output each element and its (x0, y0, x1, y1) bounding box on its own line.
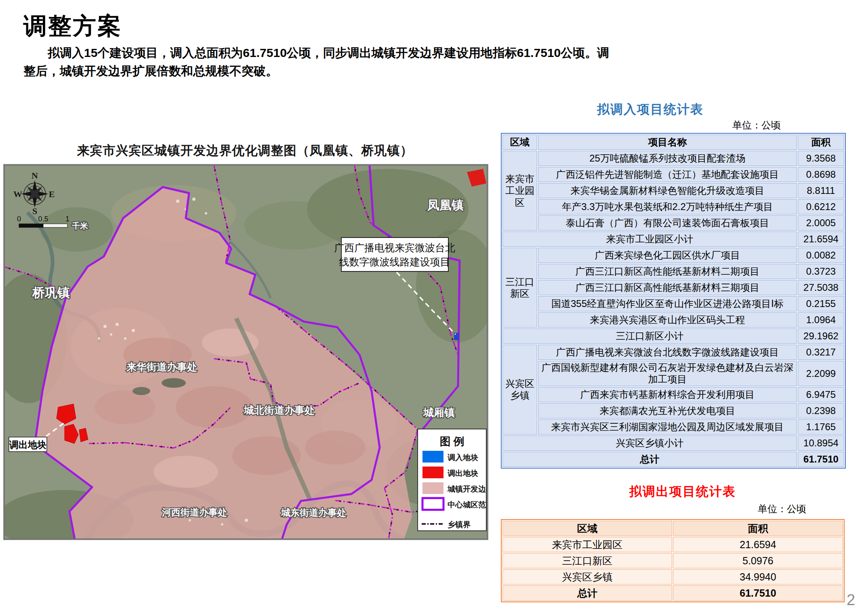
column-header-project: 项目名称 (538, 135, 797, 150)
project-name-cell: 广西三江口新区高性能纸基新材料二期项目 (538, 264, 797, 279)
compass-n: N (32, 170, 38, 181)
legend-label-township: 乡镇界 (448, 520, 471, 529)
label-laihua: 来华街道办事处 (126, 362, 197, 372)
table-in-subtotal-row: 来宾市工业园区小计21.6594 (502, 231, 844, 247)
annotation-box: 广西广播电视来宾微波台北 线数字微波线路建设项目 (334, 238, 455, 271)
table-in-total-row: 总计61.7510 (502, 452, 844, 467)
table-out-total-row: 总计61.7510 (502, 585, 843, 601)
subtotal-value-cell: 29.1962 (798, 328, 844, 344)
area-cell: 21.6594 (673, 537, 843, 552)
compass-e: E (49, 189, 55, 199)
project-name-cell: 年产3.3万吨水果包装纸和2.2万吨特种纸生产项目 (538, 199, 797, 214)
project-name-cell: 来宾市兴宾区三利湖国家湿地公园及周边区域发展项目 (538, 419, 797, 435)
label-chengbei: 城北街道办事处 (244, 405, 315, 416)
project-area-cell: 1.1765 (798, 419, 844, 435)
annotation-line1: 广西广播电视来宾微波台北 (334, 242, 455, 253)
table-in-unit: 单位：公顷 (732, 119, 781, 132)
legend-swatch-boundary (422, 482, 443, 494)
project-name-cell: 广西国锐新型建材有限公司石灰岩开发绿色建材及白云岩深加工项目 (538, 361, 797, 386)
table-out-row: 三江口新区5.0976 (502, 553, 843, 568)
total-value-cell: 61.7510 (798, 452, 844, 467)
page-title: 调整方案 (23, 11, 122, 42)
region-cell: 三江口新区 (502, 248, 537, 328)
table-out-row: 来宾市工业园区21.6594 (502, 537, 843, 552)
legend-swatch-out (422, 467, 443, 478)
region-cell: 来宾市工业园区 (502, 537, 672, 552)
out-parcel-label-box: 调出地块 (9, 437, 47, 452)
project-area-cell: 1.0964 (798, 312, 844, 328)
project-area-cell: 0.3723 (798, 264, 844, 279)
legend-label-boundary: 城镇开发边界 (447, 485, 488, 493)
project-area-cell: 9.3568 (798, 151, 844, 166)
project-area-cell: 8.8111 (798, 183, 844, 198)
project-area-cell: 2.0005 (798, 215, 844, 231)
subtotal-value-cell: 21.6594 (798, 231, 844, 247)
project-name-cell: 国道355经直壁沟作业区至奇山作业区进港公路项目Ⅰ标 (538, 296, 797, 311)
slide: 调整方案 拟调入15个建设项目，调入总面积为61.7510公顷，同步调出城镇开发… (0, 0, 868, 614)
label-fenghuang: 凤凰镇 (427, 198, 464, 212)
project-name-cell: 广西三江口新区高性能纸基新材料三期项目 (538, 280, 797, 295)
table-in-subtotal-row: 三江口新区小计29.1962 (502, 328, 844, 344)
project-name-cell: 泰山石膏（广西）有限公司速装饰面石膏板项目 (538, 215, 797, 231)
table-in-header-row: 区域 项目名称 面积 (502, 135, 844, 150)
intro-paragraph: 拟调入15个建设项目，调入总面积为61.7510公顷，同步调出城镇开发边界建设用… (23, 44, 614, 80)
table-in-row: 来宾都满农光互补光伏发电项目0.2398 (502, 403, 844, 418)
table-in-row: 广西国锐新型建材有限公司石灰岩开发绿色建材及白云岩深加工项目2.2099 (502, 361, 844, 386)
project-area-cell: 27.5038 (798, 280, 844, 295)
scale-0: 0 (17, 215, 21, 223)
project-area-cell: 6.9475 (798, 387, 844, 402)
total-label-cell: 总计 (502, 585, 672, 601)
scale-1: 1 (65, 215, 69, 223)
table-out-title: 拟调出项目统计表 (629, 483, 736, 500)
compass-s: S (32, 206, 37, 216)
project-name-cell: 25万吨硫酸锰系列技改项目配套渣场 (538, 151, 797, 166)
subtotal-label-cell: 三江口新区小计 (502, 328, 797, 344)
table-out: 区域 面积 来宾市工业园区21.6594三江口新区5.0976兴宾区乡镇34.9… (501, 519, 845, 602)
table-in-row: 广西来宾市钙基新材料综合开发利用项目6.9475 (502, 387, 844, 402)
project-area-cell: 0.8698 (798, 167, 844, 182)
table-in-row: 来宾港兴宾港区奇山作业区码头工程1.0964 (502, 312, 844, 328)
total-value-cell: 61.7510 (673, 585, 843, 601)
table-in-row: 来宾市兴宾区三利湖国家湿地公园及周边区域发展项目1.1765 (502, 419, 844, 435)
project-area-cell: 0.2398 (798, 403, 844, 418)
label-qiaogong: 桥巩镇 (32, 286, 70, 300)
compass-w: W (13, 189, 22, 199)
project-area-cell: 0.2155 (798, 296, 844, 311)
project-area-cell: 2.2099 (798, 361, 844, 386)
project-area-cell: 0.6212 (798, 199, 844, 214)
project-name-cell: 广西来宾绿色化工园区供水厂项目 (538, 248, 797, 263)
label-chengdong: 城东街道办事处 (281, 508, 346, 518)
table-in-row: 来宾华锡金属新材料绿色智能化升级改造项目8.8111 (502, 183, 844, 198)
column-header-region: 区域 (502, 135, 537, 150)
area-cell: 5.0976 (673, 553, 843, 568)
table-in-row: 广西三江口新区高性能纸基新材料二期项目0.3723 (502, 264, 844, 279)
table-in: 区域 项目名称 面积 来宾市工业园区25万吨硫酸锰系列技改项目配套渣场9.356… (501, 133, 846, 469)
map-legend: 图 例 调入地块 调出地块 城镇开发边界 中心城区范围 乡镇界 (418, 429, 488, 531)
project-name-cell: 广西来宾市钙基新材料综合开发利用项目 (538, 387, 797, 402)
legend-label-out: 调出地块 (447, 469, 478, 477)
total-label-cell: 总计 (502, 452, 797, 467)
table-in-row: 广西泛铝件先进智能制造（迁江）基地配套设施项目0.8698 (502, 167, 844, 182)
table-in-subtotal-row: 兴宾区乡镇小计10.8954 (502, 435, 844, 451)
column-header-region: 区域 (502, 521, 672, 536)
table-out-unit: 单位：公顷 (758, 503, 806, 515)
subtotal-value-cell: 10.8954 (798, 435, 844, 451)
region-cell: 兴宾区乡镇 (502, 345, 537, 435)
project-area-cell: 0.3217 (798, 345, 844, 360)
legend-label-in: 调入地块 (447, 453, 478, 462)
column-header-area: 面积 (673, 521, 843, 536)
project-area-cell: 0.0082 (798, 248, 844, 263)
legend-label-central: 中心城区范围 (448, 500, 488, 509)
scale-unit: 千米 (71, 221, 88, 230)
legend-swatch-central (422, 498, 443, 510)
table-in-row: 泰山石膏（广西）有限公司速装饰面石膏板项目2.0005 (502, 215, 844, 231)
region-cell: 兴宾区乡镇 (502, 569, 672, 585)
project-name-cell: 来宾华锡金属新材料绿色智能化升级改造项目 (538, 183, 797, 198)
column-header-area: 面积 (798, 135, 844, 150)
label-hexi: 河西街道办事处 (162, 507, 227, 517)
table-in-row: 三江口新区广西来宾绿色化工园区供水厂项目0.0082 (502, 248, 844, 263)
scale-05: 0.5 (38, 215, 48, 223)
label-tiaochu: 调出地块 (9, 440, 46, 450)
area-cell: 34.9940 (673, 569, 843, 585)
page-number: 2 (847, 591, 855, 609)
